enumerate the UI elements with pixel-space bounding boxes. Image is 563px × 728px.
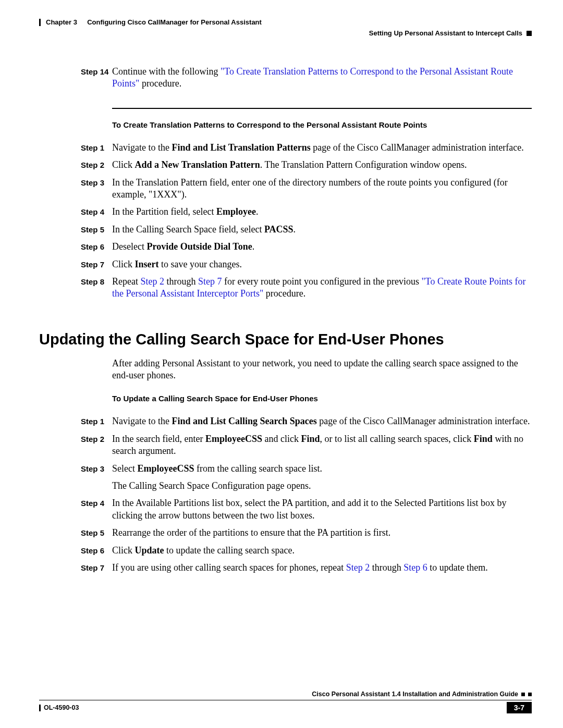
- step-body: If you are using other calling search sp…: [112, 562, 532, 576]
- step-label: Step 4: [39, 206, 112, 217]
- step-row: Step 4In the Available Partitions list b…: [39, 497, 532, 524]
- step-row: Step 2Click Add a New Translation Patter…: [39, 159, 532, 173]
- step-row: Step 5In the Calling Search Space field,…: [39, 224, 532, 238]
- step-body: Deselect Provide Outside Dial Tone.: [112, 241, 532, 255]
- page-header: Chapter 3 Configuring Cisco CallManager …: [39, 16, 532, 42]
- step-label: Step 2: [39, 159, 112, 170]
- step-label: Step 1: [39, 142, 112, 153]
- chapter-number: Chapter 3: [46, 18, 77, 26]
- step-label: Step 4: [39, 497, 112, 509]
- cross-reference-link[interactable]: Step 2: [346, 562, 370, 573]
- step-row: Step 6Deselect Provide Outside Dial Tone…: [39, 241, 532, 255]
- step-label: Step 2: [39, 433, 112, 445]
- step-label: Step 8: [39, 276, 112, 287]
- step-body: In the Available Partitions list box, se…: [112, 497, 532, 524]
- step-body: Select EmployeeCSS from the calling sear…: [112, 463, 532, 495]
- cross-reference-link[interactable]: Step 6: [403, 562, 427, 573]
- bold-text: Find and List Translation Patterns: [172, 142, 310, 153]
- step-body: Repeat Step 2 through Step 7 for every r…: [112, 276, 532, 302]
- bold-text: Find: [301, 434, 320, 444]
- step-row: Step 7Click Insert to save your changes.: [39, 258, 532, 273]
- step-row: Step 8Repeat Step 2 through Step 7 for e…: [39, 276, 532, 302]
- step-label: Step 7: [39, 562, 112, 573]
- step-body: In the Translation Pattern field, enter …: [112, 177, 532, 203]
- step-row: Step 3Select EmployeeCSS from the callin…: [39, 463, 532, 495]
- step-body: Navigate to the Find and List Translatio…: [112, 142, 532, 156]
- section-title: Setting Up Personal Assistant to Interce…: [369, 29, 522, 37]
- step-row: Step 3In the Translation Pattern field, …: [39, 177, 532, 203]
- bold-text: EmployeeCSS: [205, 434, 262, 444]
- bold-text: EmployeeCSS: [137, 463, 194, 474]
- step-extra: The Calling Search Space Configuration p…: [112, 480, 532, 492]
- step-label: Step 5: [39, 224, 112, 235]
- cross-reference-link[interactable]: Step 7: [198, 276, 222, 287]
- step-row: Step 2In the search field, enter Employe…: [39, 433, 532, 460]
- chapter-title: Configuring Cisco CallManager for Person…: [87, 18, 262, 26]
- bold-text: PACSS: [264, 224, 293, 235]
- step-label: Step 6: [39, 545, 112, 556]
- cross-reference-link[interactable]: Step 2: [140, 276, 164, 287]
- subheading-2: To Update a Calling Search Space for End…: [112, 394, 532, 403]
- step-body: Navigate to the Find and List Calling Se…: [112, 415, 532, 429]
- footer-bottom: OL-4590-03 3-7: [39, 700, 532, 713]
- step-label: Step 5: [39, 527, 112, 538]
- footer-guide-title: Cisco Personal Assistant 1.4 Installatio…: [312, 690, 518, 698]
- step-body: In the search field, enter EmployeeCSS a…: [112, 433, 532, 460]
- header-right: Setting Up Personal Assistant to Interce…: [369, 29, 532, 37]
- footer-square-icon: [521, 693, 525, 696]
- step-row: Step 1Navigate to the Find and List Call…: [39, 415, 532, 429]
- bold-text: Find: [474, 434, 493, 444]
- header-marker-icon: [39, 19, 41, 26]
- bold-text: Update: [135, 545, 164, 556]
- step-body: Click Add a New Translation Pattern. The…: [112, 159, 532, 173]
- steps-block-2: Step 1Navigate to the Find and List Call…: [39, 415, 532, 576]
- header-left: Chapter 3 Configuring Cisco CallManager …: [39, 18, 262, 26]
- footer-doc-id: OL-4590-03: [44, 704, 79, 711]
- step-label: Step 1: [39, 415, 112, 427]
- bold-text: Add a New Translation Pattern: [135, 159, 260, 170]
- step-body: In the Partition field, select Employee.: [112, 206, 532, 220]
- step-body: Continue with the following "To Create T…: [112, 66, 532, 92]
- footer-square-icon: [528, 693, 532, 696]
- intro-paragraph: After adding Personal Assistant to your …: [112, 357, 532, 382]
- step-label: Step 14: [39, 66, 112, 77]
- footer-marker-icon: [39, 705, 41, 711]
- step-row: Step 14 Continue with the following "To …: [39, 66, 532, 92]
- step-body: Rearrange the order of the partitions to…: [112, 527, 532, 541]
- bold-text: Insert: [135, 259, 159, 269]
- footer-left: OL-4590-03: [39, 704, 79, 711]
- bold-text: Find and List Calling Search Spaces: [172, 416, 316, 426]
- page-footer: Cisco Personal Assistant 1.4 Installatio…: [39, 690, 532, 713]
- bold-text: Provide Outside Dial Tone: [146, 241, 252, 252]
- step-label: Step 3: [39, 463, 112, 474]
- step-label: Step 7: [39, 258, 112, 270]
- step-row: Step 1Navigate to the Find and List Tran…: [39, 142, 532, 156]
- step-body: Click Update to update the calling searc…: [112, 545, 532, 559]
- step-label: Step 3: [39, 177, 112, 188]
- content: Step 14 Continue with the following "To …: [39, 42, 532, 576]
- steps-block-1: Step 1Navigate to the Find and List Tran…: [39, 142, 532, 302]
- step-body: Click Insert to save your changes.: [112, 258, 532, 273]
- heading-2: Updating the Calling Search Space for En…: [39, 331, 532, 348]
- page: Chapter 3 Configuring Cisco CallManager …: [0, 0, 563, 728]
- step-row: Step 5Rearrange the order of the partiti…: [39, 527, 532, 541]
- separator: [112, 108, 532, 109]
- header-square-icon: [527, 31, 532, 36]
- step-row: Step 7If you are using other calling sea…: [39, 562, 532, 576]
- subheading-1: To Create Translation Patterns to Corres…: [112, 120, 532, 129]
- step-body: In the Calling Search Space field, selec…: [112, 224, 532, 238]
- cross-reference-link[interactable]: "To Create Route Points for the Personal…: [112, 276, 525, 299]
- step14-text1: Continue with the following: [112, 66, 221, 77]
- bold-text: Employee: [216, 206, 256, 217]
- step-label: Step 6: [39, 241, 112, 252]
- page-number: 3-7: [507, 702, 532, 713]
- footer-top: Cisco Personal Assistant 1.4 Installatio…: [39, 690, 532, 700]
- step14-text2: procedure.: [139, 78, 181, 89]
- step-row: Step 6Click Update to update the calling…: [39, 545, 532, 559]
- step-row: Step 4In the Partition field, select Emp…: [39, 206, 532, 220]
